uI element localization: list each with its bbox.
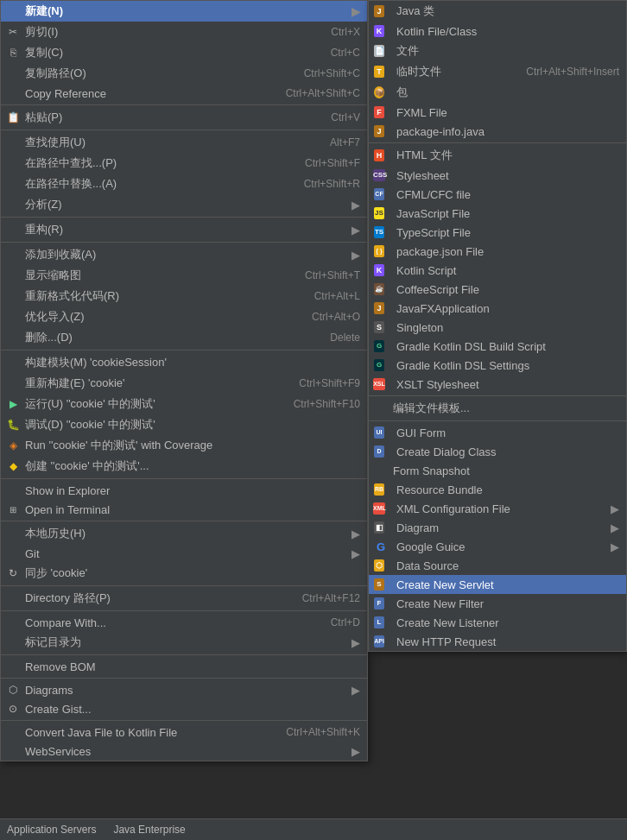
remove-bom-label: Remove BOM	[25, 660, 96, 673]
sep5	[1, 350, 367, 351]
menu-item-replace-in-path[interactable]: 在路径中替换...(A) Ctrl+Shift+R	[1, 174, 367, 194]
menu-item-find-usages[interactable]: 查找使用(U) Alt+F7	[1, 132, 367, 153]
resource-bundle-label: Resource Bundle	[396, 483, 483, 496]
menu-item-rebuild[interactable]: 重新构建(E) 'cookie' Ctrl+Shift+F9	[1, 373, 367, 394]
submenu-stylesheet[interactable]: CSS Stylesheet	[369, 166, 626, 185]
menu-item-mark-dir[interactable]: 标记目录为 ▶	[1, 632, 367, 653]
menu-item-find-in-path[interactable]: 在路径中查找...(P) Ctrl+Shift+F	[1, 153, 367, 174]
menu-item-debug-tests[interactable]: 🐛 调试(D) ''cookie' 中的测试'	[1, 414, 367, 435]
dialog-class-icon: D	[374, 445, 388, 458]
submenu-file[interactable]: 📄 文件	[369, 41, 626, 61]
menu-item-git[interactable]: Git ▶	[1, 544, 367, 563]
java-enterprise-tab[interactable]: Java Enterprise	[113, 824, 185, 836]
sep7	[1, 521, 367, 521]
stylesheet-label: Stylesheet	[396, 169, 449, 182]
menu-item-diagrams[interactable]: ⬡ Diagrams ▶	[1, 680, 367, 699]
menu-item-paste[interactable]: 📋 粘贴(P) Ctrl+V	[1, 107, 367, 128]
submenu-xml-config[interactable]: XML XML Configuration File ▶	[369, 499, 626, 518]
menu-item-thumbnail[interactable]: 显示缩略图 Ctrl+Shift+T	[1, 265, 367, 286]
sep1	[1, 104, 367, 105]
submenu-form-snapshot[interactable]: Form Snapshot	[369, 461, 626, 480]
submenu-resource-bundle[interactable]: RB Resource Bundle	[369, 480, 626, 499]
replace-in-path-shortcut: Ctrl+Shift+R	[304, 178, 360, 190]
pkg-info-file-icon: J	[374, 125, 384, 137]
submenu-kotlin-script[interactable]: K Kotlin Script	[369, 261, 626, 280]
submenu-edit-templates[interactable]: 编辑文件模板...	[369, 398, 626, 419]
submenu-html[interactable]: H HTML 文件	[369, 145, 626, 166]
menu-item-cut[interactable]: ✂ 剪切(I) Ctrl+X	[1, 22, 367, 42]
sep10	[1, 654, 367, 655]
menu-item-create-gist[interactable]: ⊙ Create Gist...	[1, 699, 367, 718]
create-servlet-label: Create New Servlet	[396, 578, 494, 591]
submenu-packagejson[interactable]: { } package.json File	[369, 242, 626, 261]
submenu-dialog-class[interactable]: D Create Dialog Class	[369, 442, 626, 461]
menu-item-analyze[interactable]: 分析(Z) ▶	[1, 194, 367, 215]
menu-item-reformat[interactable]: 重新格式化代码(R) Ctrl+Alt+L	[1, 286, 367, 306]
menu-item-build-module[interactable]: 构建模块(M) 'cookieSession'	[1, 352, 367, 373]
application-servers-tab[interactable]: Application Servers	[7, 824, 96, 836]
http-request-label: New HTTP Request	[396, 635, 496, 648]
find-usages-shortcut: Alt+F7	[330, 136, 360, 148]
submenu-gradle-settings[interactable]: G Gradle Kotlin DSL Settings	[369, 356, 626, 375]
menu-item-delete[interactable]: 删除...(D) Delete	[1, 327, 367, 348]
submenu-temp-file[interactable]: T 临时文件 Ctrl+Alt+Shift+Insert	[369, 61, 626, 82]
menu-item-refactor[interactable]: 重构(R) ▶	[1, 219, 367, 240]
menu-item-webservices[interactable]: WebServices ▶	[1, 742, 367, 761]
kotlin-file-file-icon: K	[374, 25, 384, 37]
submenu-create-filter[interactable]: F Create New Filter	[369, 594, 626, 613]
menu-item-copy-path[interactable]: 复制路径(O) Ctrl+Shift+C	[1, 63, 367, 84]
reformat-shortcut: Ctrl+Alt+L	[314, 290, 360, 302]
menu-item-run-tests[interactable]: ▶ 运行(U) ''cookie' 中的测试' Ctrl+Shift+F10	[1, 394, 367, 414]
compare-label: Compare With...	[25, 616, 106, 629]
menu-item-sync[interactable]: ↻ 同步 'cookie'	[1, 563, 367, 584]
xslt-file-icon: XSL	[373, 378, 385, 390]
submenu-package[interactable]: 📦 包	[369, 82, 626, 103]
submenu-diagram[interactable]: ◧ Diagram ▶	[369, 518, 626, 537]
menu-item-coverage[interactable]: ◈ Run ''cookie' 中的测试' with Coverage	[1, 435, 367, 456]
menu-item-compare[interactable]: Compare With... Ctrl+D	[1, 613, 367, 632]
submenu-data-source[interactable]: ⬡ Data Source	[369, 556, 626, 575]
menu-item-show-explorer[interactable]: Show in Explorer	[1, 481, 367, 500]
submenu-package-info[interactable]: J package-info.java	[369, 122, 626, 141]
submenu-http-request[interactable]: API New HTTP Request	[369, 632, 626, 651]
file-icon: 📄	[374, 44, 388, 58]
menu-item-copy[interactable]: ⎘ 复制(C) Ctrl+C	[1, 42, 367, 63]
menu-item-java-to-kotlin[interactable]: Convert Java File to Kotlin File Ctrl+Al…	[1, 723, 367, 742]
menu-header-new[interactable]: 新建(N) ▶	[1, 1, 367, 22]
menu-item-directory-path[interactable]: Directory 路径(P) Ctrl+Alt+F12	[1, 588, 367, 609]
form-snapshot-label: Form Snapshot	[393, 464, 470, 477]
fxml-label: FXML File	[396, 106, 447, 119]
submenu-kotlin-file[interactable]: K Kotlin File/Class	[369, 22, 626, 41]
submenu-java-class[interactable]: J Java 类	[369, 1, 626, 22]
menu-item-local-history[interactable]: 本地历史(H) ▶	[1, 523, 367, 544]
http-request-icon: API	[374, 635, 388, 648]
submenu-javafx[interactable]: J JavaFXApplication	[369, 299, 626, 318]
copy-path-icon	[6, 66, 20, 80]
menu-item-copy-reference[interactable]: Copy Reference Ctrl+Alt+Shift+C	[1, 84, 367, 103]
copy-path-shortcut: Ctrl+Shift+C	[304, 67, 360, 79]
submenu-gradle-build[interactable]: G Gradle Kotlin DSL Build Script	[369, 337, 626, 356]
submenu-create-listener[interactable]: L Create New Listener	[369, 613, 626, 632]
compare-shortcut: Ctrl+D	[331, 616, 360, 628]
submenu-singleton[interactable]: S Singleton	[369, 318, 626, 337]
java-to-kotlin-label: Convert Java File to Kotlin File	[25, 726, 177, 739]
submenu-typescript[interactable]: TS TypeScript File	[369, 223, 626, 242]
submenu-google-guice[interactable]: G Google Guice ▶	[369, 537, 626, 556]
submenu-coffeescript[interactable]: ☕ CoffeeScript File	[369, 280, 626, 299]
show-explorer-label: Show in Explorer	[25, 484, 110, 497]
submenu-xslt[interactable]: XSL XSLT Stylesheet	[369, 375, 626, 394]
menu-item-create-test[interactable]: ◆ 创建 ''cookie' 中的测试'...	[1, 456, 367, 477]
singleton-file-icon: S	[374, 321, 384, 333]
submenu-gui-form[interactable]: UI GUI Form	[369, 423, 626, 442]
submenu-javascript[interactable]: JS JavaScript File	[369, 204, 626, 223]
css-icon: CSS	[374, 168, 388, 182]
typescript-label: TypeScript File	[396, 226, 471, 239]
menu-item-optimize-imports[interactable]: 优化导入(Z) Ctrl+Alt+O	[1, 306, 367, 327]
submenu-create-servlet[interactable]: S Create New Servlet	[369, 575, 626, 594]
menu-item-remove-bom[interactable]: Remove BOM	[1, 657, 367, 676]
menu-item-open-terminal[interactable]: ⊞ Open in Terminal	[1, 500, 367, 519]
create-test-icon: ◆	[6, 459, 20, 473]
submenu-fxml[interactable]: F FXML File	[369, 103, 626, 122]
menu-item-favorites[interactable]: 添加到收藏(A) ▶	[1, 244, 367, 265]
submenu-cfml[interactable]: CF CFML/CFC file	[369, 185, 626, 204]
